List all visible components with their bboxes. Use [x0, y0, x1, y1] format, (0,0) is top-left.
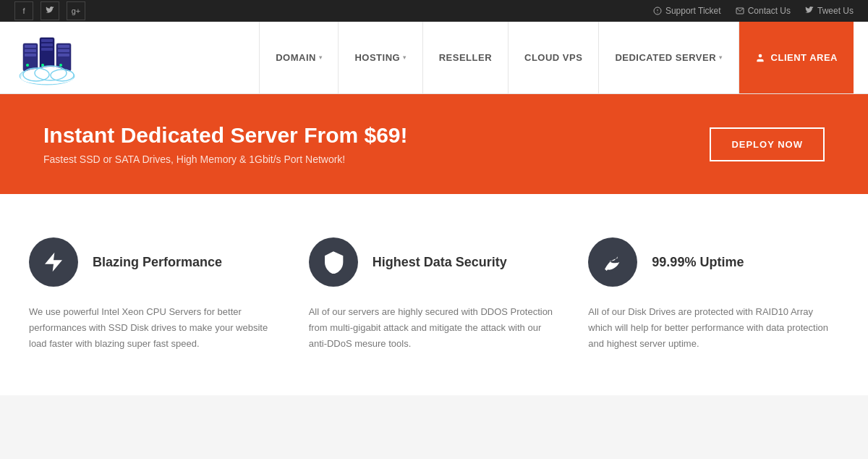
- nav-domain[interactable]: DOMAIN ▾: [259, 22, 338, 93]
- security-title: Highest Data Security: [373, 255, 507, 270]
- nav-reseller[interactable]: RESELLER: [422, 22, 508, 93]
- hosting-caret: ▾: [403, 54, 407, 61]
- svg-rect-18: [58, 54, 69, 56]
- support-ticket-link[interactable]: Support Ticket: [653, 6, 721, 16]
- facebook-icon[interactable]: f: [14, 1, 33, 20]
- feature-uptime-header: 99.99% Uptime: [588, 237, 839, 287]
- top-nav-links: Support Ticket Contact Us Tweet Us: [653, 6, 854, 16]
- leaf-icon: [601, 250, 624, 274]
- twitter-icon[interactable]: [41, 1, 59, 20]
- deploy-now-button[interactable]: DEPLOY NOW: [710, 127, 825, 161]
- svg-point-9: [26, 64, 29, 67]
- nav-cloudvps[interactable]: CLOUD VPS: [508, 22, 598, 93]
- svg-rect-17: [58, 49, 69, 52]
- svg-marker-29: [45, 253, 62, 272]
- tweet-us-link[interactable]: Tweet Us: [805, 6, 854, 16]
- svg-rect-8: [25, 54, 36, 56]
- main-nav: DOMAIN ▾ HOSTING ▾ RESELLER CLOUD VPS DE…: [259, 22, 854, 93]
- hero-subtext: Fastest SSD or SATA Drives, High Memory …: [43, 153, 408, 165]
- hero-banner: Instant Dedicated Server From $69! Faste…: [0, 94, 868, 194]
- uptime-title: 99.99% Uptime: [652, 255, 744, 270]
- svg-rect-12: [41, 43, 53, 46]
- feature-performance: Blazing Performance We use powerful Inte…: [29, 237, 280, 352]
- user-icon: [755, 53, 765, 63]
- performance-icon-circle: [29, 237, 78, 287]
- tweet-us-label: Tweet Us: [817, 6, 854, 16]
- dedicated-caret: ▾: [719, 54, 723, 61]
- hero-headline: Instant Dedicated Server From $69!: [43, 123, 408, 148]
- client-area-button[interactable]: CLIENT AREA: [739, 22, 854, 93]
- svg-rect-6: [25, 45, 36, 48]
- shield-icon: [322, 250, 345, 274]
- domain-caret: ▾: [319, 54, 323, 61]
- svg-rect-7: [25, 49, 36, 52]
- feature-security: Highest Data Security All of our servers…: [309, 237, 560, 352]
- feature-performance-header: Blazing Performance: [29, 237, 280, 287]
- svg-rect-11: [41, 39, 53, 42]
- nav-dedicated[interactable]: DEDICATED SERVER ▾: [598, 22, 738, 93]
- logo[interactable]: [14, 29, 80, 87]
- hero-text: Instant Dedicated Server From $69! Faste…: [43, 123, 408, 165]
- performance-desc: We use powerful Intel Xeon CPU Servers f…: [29, 304, 280, 352]
- logo-image: [14, 29, 80, 87]
- features-section: Blazing Performance We use powerful Inte…: [0, 194, 868, 395]
- contact-us-label: Contact Us: [748, 6, 791, 16]
- bolt-icon: [42, 250, 65, 274]
- top-bar: f g+ Support Ticket Contact Us Tweet Us: [0, 0, 868, 22]
- security-desc: All of our servers are highly secured wi…: [309, 304, 560, 352]
- support-ticket-label: Support Ticket: [665, 6, 721, 16]
- feature-security-header: Highest Data Security: [309, 237, 560, 287]
- security-icon-circle: [309, 237, 358, 287]
- contact-us-link[interactable]: Contact Us: [736, 6, 791, 16]
- social-links: f g+: [14, 1, 85, 20]
- svg-rect-16: [58, 45, 69, 48]
- header: DOMAIN ▾ HOSTING ▾ RESELLER CLOUD VPS DE…: [0, 22, 868, 94]
- svg-point-28: [758, 54, 762, 57]
- svg-point-2: [657, 12, 658, 13]
- feature-uptime: 99.99% Uptime All of our Disk Drives are…: [588, 237, 839, 352]
- googleplus-icon[interactable]: g+: [67, 1, 85, 20]
- uptime-icon-circle: [588, 237, 637, 287]
- svg-rect-13: [41, 48, 53, 51]
- performance-title: Blazing Performance: [93, 255, 222, 270]
- uptime-desc: All of our Disk Drives are protected wit…: [588, 304, 839, 352]
- nav-hosting[interactable]: HOSTING ▾: [338, 22, 422, 93]
- svg-point-19: [59, 64, 62, 67]
